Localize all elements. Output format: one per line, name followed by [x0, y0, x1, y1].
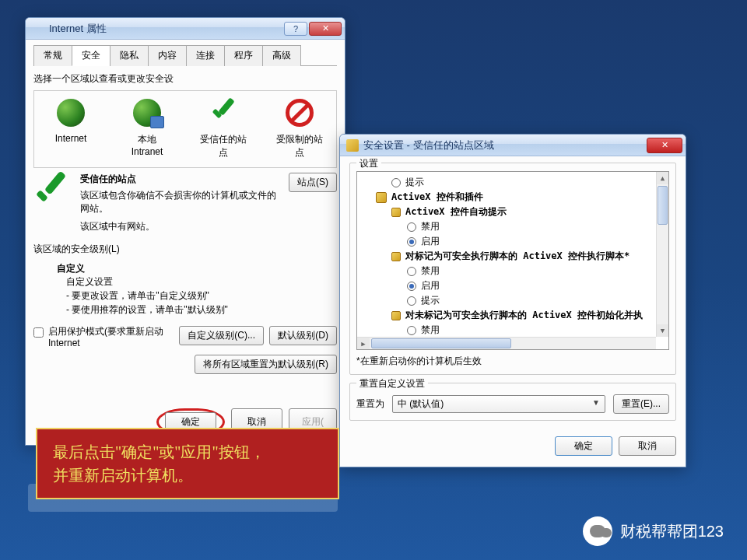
security-settings-dialog: 安全设置 - 受信任的站点区域 ✕ 设置 提示 ActiveX 控件和插件 Ac… — [339, 134, 686, 467]
trusted-big-icon — [33, 173, 72, 212]
option-row: 对未标记为可安全执行脚本的 ActiveX 控件初始化并执 — [357, 308, 668, 323]
sites-button[interactable]: 站点(S) — [289, 173, 337, 192]
ie-icon — [32, 23, 44, 35]
radio-tip[interactable]: 提示 — [357, 293, 668, 308]
tab-privacy[interactable]: 隐私 — [110, 45, 149, 66]
zone-intranet[interactable]: 本地 Intranet — [117, 99, 177, 159]
option-row: ActiveX 控件自动提示 — [357, 205, 668, 219]
titlebar[interactable]: 安全设置 - 受信任的站点区域 ✕ — [340, 135, 686, 156]
vertical-scrollbar[interactable]: ▲ ▼ — [656, 172, 668, 337]
tab-content[interactable]: 内容 — [148, 45, 187, 66]
forbidden-icon — [286, 99, 314, 127]
wechat-icon — [583, 516, 612, 546]
group-label: 设置 — [356, 157, 381, 170]
radio-row[interactable]: 提示 — [357, 175, 668, 190]
radio-enable[interactable]: 启用 — [357, 234, 668, 249]
scroll-up-icon[interactable]: ▲ — [657, 172, 668, 184]
zone-list: Internet 本地 Intranet 受信任的站 点 受限制的站 点 — [33, 90, 337, 168]
scroll-right-icon[interactable]: ▶ — [357, 338, 370, 350]
activex-icon — [376, 192, 387, 203]
zone-trusted[interactable]: 受信任的站 点 — [193, 99, 254, 159]
scroll-down-icon[interactable]: ▼ — [657, 324, 668, 337]
radio-disable[interactable]: 禁用 — [357, 264, 668, 278]
reset-button[interactable]: 重置(E)... — [613, 394, 669, 414]
dialog-title: Internet 属性 — [49, 22, 284, 36]
instruction-callout: 最后点击"确定"或"应用"按钮， 并重新启动计算机。 — [36, 428, 339, 499]
custom-sub: 自定义设置 — [57, 275, 337, 289]
group-label: 重置自定义设置 — [356, 377, 428, 390]
custom-li2: - 要使用推荐的设置，请单击"默认级别" — [57, 303, 337, 317]
level-label: 该区域的安全级别(L) — [33, 243, 337, 256]
dialog-title: 安全设置 - 受信任的站点区域 — [363, 138, 647, 152]
cancel-button[interactable]: 取消 — [619, 436, 676, 456]
trusted-desc: 该区域包含你确信不会损害你的计算机或文件的网站。 — [80, 189, 281, 215]
tab-strip: 常规 安全 隐私 内容 连接 程序 高级 — [33, 44, 337, 66]
zone-prompt: 选择一个区域以查看或更改安全设 — [33, 72, 337, 86]
close-button[interactable]: ✕ — [647, 138, 682, 153]
zone-internet[interactable]: Internet — [40, 99, 101, 159]
horizontal-scrollbar[interactable]: ◀ ▶ — [357, 337, 656, 349]
globe-icon — [57, 99, 85, 127]
reset-label: 重置为 — [356, 397, 384, 411]
tab-connections[interactable]: 连接 — [186, 45, 225, 66]
tab-advanced[interactable]: 高级 — [262, 45, 301, 66]
option-row: 对标记为可安全执行脚本的 ActiveX 控件执行脚本* — [357, 249, 668, 264]
zone-restricted[interactable]: 受限制的站 点 — [269, 99, 330, 159]
globe-pc-icon — [133, 99, 161, 127]
ok-button[interactable]: 确定 — [555, 436, 612, 456]
tab-general[interactable]: 常规 — [33, 45, 72, 66]
checkmark-icon — [209, 99, 237, 127]
reset-all-button[interactable]: 将所有区域重置为默认级别(R) — [195, 355, 337, 374]
restart-note: *在重新启动你的计算机后生效 — [356, 355, 669, 368]
scroll-thumb-h[interactable] — [371, 338, 511, 348]
wechat-watermark: 财税帮帮团123 — [583, 516, 724, 546]
shield-icon — [346, 139, 359, 152]
reset-select[interactable]: 中 (默认值) — [392, 395, 605, 413]
protected-mode-checkbox[interactable] — [33, 327, 44, 338]
radio-disable[interactable]: 禁用 — [357, 323, 668, 338]
custom-level-button[interactable]: 自定义级别(C)... — [179, 326, 264, 345]
scroll-thumb[interactable] — [658, 186, 668, 225]
category-row: ActiveX 控件和插件 — [357, 190, 668, 205]
tab-programs[interactable]: 程序 — [224, 45, 263, 66]
reset-group: 重置自定义设置 重置为 中 (默认值) 重置(E)... — [349, 383, 676, 421]
tab-security[interactable]: 安全 — [72, 45, 110, 66]
trusted-desc2: 该区域中有网站。 — [80, 220, 281, 233]
help-button[interactable]: ? — [284, 22, 307, 36]
radio-enable[interactable]: 启用 — [357, 278, 668, 293]
custom-li1: - 要更改设置，请单击"自定义级别" — [57, 289, 337, 303]
internet-properties-dialog: Internet 属性 ? ✕ 常规 安全 隐私 内容 连接 程序 高级 选择一… — [25, 17, 345, 446]
protected-mode-label: 启用保护模式(要求重新启动 Internet — [48, 326, 165, 350]
titlebar[interactable]: Internet 属性 ? ✕ — [26, 18, 345, 40]
wechat-name: 财税帮帮团123 — [620, 521, 724, 542]
radio-disable[interactable]: 禁用 — [357, 219, 668, 234]
settings-tree[interactable]: 提示 ActiveX 控件和插件 ActiveX 控件自动提示 禁用 启用 对标… — [356, 171, 669, 350]
close-button[interactable]: ✕ — [309, 22, 342, 36]
custom-heading: 自定义 — [57, 262, 337, 275]
default-level-button[interactable]: 默认级别(D) — [269, 326, 337, 345]
trusted-title: 受信任的站点 — [80, 173, 281, 186]
settings-group: 设置 提示 ActiveX 控件和插件 ActiveX 控件自动提示 禁用 启用… — [349, 163, 676, 375]
